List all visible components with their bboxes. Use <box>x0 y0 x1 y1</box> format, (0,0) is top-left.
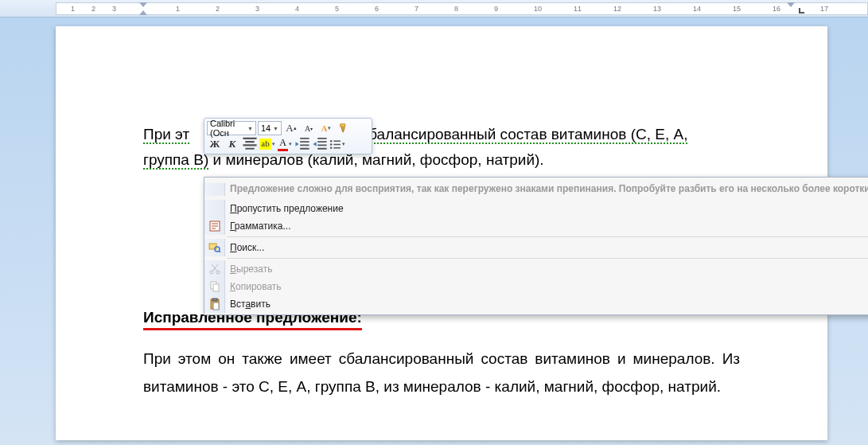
ruler-tick: 2 <box>91 5 95 13</box>
ruler-tick: 5 <box>335 5 339 13</box>
grammar-error-text[interactable]: При эт <box>143 126 189 144</box>
ruler-tick: 3 <box>255 5 259 13</box>
svg-point-2 <box>330 146 333 149</box>
ruler-tick: 12 <box>613 5 621 13</box>
decrease-indent-button[interactable] <box>294 137 310 151</box>
ruler-tick: 7 <box>415 5 418 13</box>
bold-button[interactable]: Ж <box>207 137 223 151</box>
first-line-indent-marker[interactable] <box>139 2 147 7</box>
font-family-value: Calibri (Осн <box>210 119 247 138</box>
ruler-tick: 10 <box>534 5 542 13</box>
svg-point-0 <box>330 139 333 142</box>
mini-toolbar[interactable]: Calibri (Осн ▼ 14 ▼ A▴ A▾ A▾ Ж К ab▾ A▾ … <box>204 118 372 154</box>
increase-indent-icon <box>312 136 328 152</box>
ruler-tick: 4 <box>295 5 299 13</box>
tab-stop-marker[interactable] <box>799 8 804 14</box>
align-center-icon <box>242 136 258 152</box>
grammar-error-text[interactable]: группа В) <box>143 151 208 170</box>
paragraph-2[interactable]: При этом он также имеет сбалансированный… <box>143 345 740 400</box>
shrink-font-button[interactable]: A▾ <box>301 121 317 135</box>
grammar-icon <box>208 220 221 232</box>
ruler-tick: 15 <box>733 5 741 13</box>
text-fragment: группа В) <box>143 151 208 168</box>
ruler-track[interactable]: 1 2 3 1 2 3 4 5 6 7 8 9 10 11 12 13 14 1… <box>56 2 868 15</box>
bullets-icon <box>329 139 341 150</box>
change-case-button[interactable]: A▾ <box>318 121 334 135</box>
svg-rect-11 <box>212 299 217 301</box>
cut-icon <box>208 263 221 275</box>
search-icon <box>208 241 221 254</box>
ruler-tick: 9 <box>494 5 498 13</box>
ruler-tick: 16 <box>773 5 780 13</box>
font-size-selector[interactable]: 14 ▼ <box>258 121 282 135</box>
font-size-value: 14 <box>261 123 271 133</box>
ruler-tick: 1 <box>71 5 75 13</box>
ruler-tick: 11 <box>574 5 582 13</box>
align-center-button[interactable] <box>242 137 258 151</box>
ruler-tick: 1 <box>176 5 180 13</box>
ruler-tick: 2 <box>216 5 220 13</box>
dropdown-arrow-icon: ▼ <box>247 126 253 131</box>
text-fragment: сбалансированный состав витаминов (С, Е,… <box>361 126 688 142</box>
svg-point-1 <box>330 143 333 146</box>
dropdown-arrow-icon: ▼ <box>273 126 278 131</box>
svg-rect-12 <box>213 303 219 310</box>
context-menu[interactable]: Предложение сложно для восприятия, так к… <box>204 177 868 315</box>
skip-sentence-menuitem[interactable]: Пропустить предложение <box>204 200 868 217</box>
format-painter-icon <box>338 123 349 134</box>
ruler-tick: 8 <box>454 5 458 13</box>
ruler-tick: 6 <box>375 5 379 13</box>
font-family-selector[interactable]: Calibri (Осн ▼ <box>207 121 256 135</box>
grow-font-button[interactable]: A▴ <box>283 121 299 135</box>
italic-button[interactable]: К <box>224 137 240 151</box>
search-menuitem[interactable]: Поиск... <box>204 239 868 256</box>
right-indent-marker[interactable] <box>787 2 795 7</box>
ruler-tick: 14 <box>693 5 701 13</box>
ruler-tick: 17 <box>820 5 828 13</box>
suggestion-label: Предложение сложно для восприятия, так к… <box>230 183 868 196</box>
grammar-error-text[interactable]: сбалансированный состав витаминов (С, Е,… <box>361 126 688 144</box>
format-painter-button[interactable] <box>336 121 352 135</box>
font-color-button[interactable]: A▾ <box>277 137 293 151</box>
paste-menuitem[interactable]: Вставить <box>204 295 868 313</box>
ruler-tick: 13 <box>653 5 661 13</box>
grammar-menuitem[interactable]: Грамматика... <box>204 217 868 235</box>
cut-menuitem: Вырезать <box>204 260 868 278</box>
copy-icon <box>208 280 221 293</box>
highlight-button[interactable]: ab▾ <box>259 137 275 151</box>
svg-rect-9 <box>213 284 219 291</box>
menu-separator <box>227 258 868 259</box>
horizontal-ruler[interactable]: 1 2 3 1 2 3 4 5 6 7 8 9 10 11 12 13 14 1… <box>0 0 868 18</box>
menu-separator <box>227 236 868 237</box>
hanging-indent-marker[interactable] <box>139 10 147 15</box>
bullets-button[interactable]: ▾ <box>329 137 345 151</box>
decrease-indent-icon <box>294 136 310 152</box>
text-fragment: При эт <box>143 126 189 142</box>
ruler-tick: 3 <box>112 5 116 13</box>
copy-menuitem: Копировать <box>204 278 868 295</box>
grammar-suggestion-text: Предложение сложно для восприятия, так к… <box>204 179 868 200</box>
increase-indent-button[interactable] <box>312 137 328 151</box>
paste-icon <box>208 298 221 310</box>
